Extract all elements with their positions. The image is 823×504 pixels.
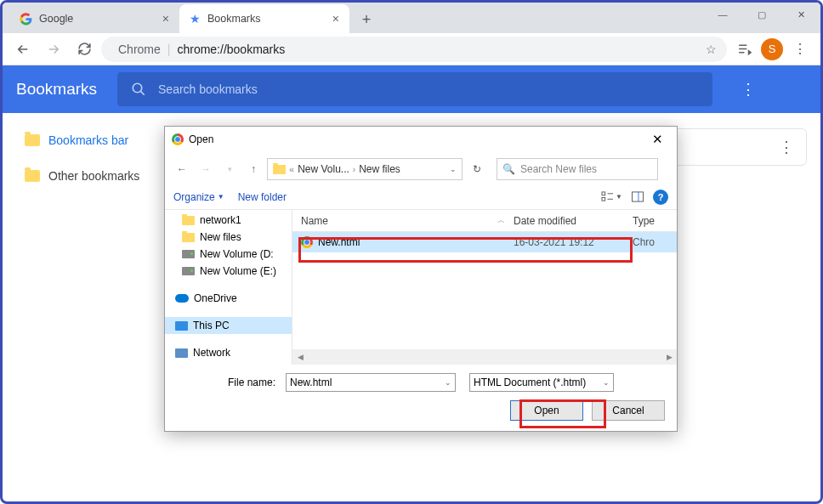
nav-back-button[interactable]: ← (172, 159, 192, 179)
chrome-icon (172, 133, 184, 145)
new-folder-button[interactable]: New folder (238, 191, 287, 203)
svg-rect-1 (602, 192, 605, 195)
network-icon (175, 348, 188, 358)
tree-item-network[interactable]: Network (165, 344, 292, 361)
tree-item[interactable]: New Volume (D: (165, 246, 292, 263)
pc-icon (175, 321, 188, 331)
organize-button[interactable]: Organize▼ (173, 191, 224, 203)
media-control-icon[interactable] (730, 36, 758, 63)
dialog-title: Open (189, 133, 213, 145)
close-button[interactable]: ✕ (781, 1, 820, 28)
dialog-titlebar: Open ✕ (165, 127, 677, 152)
folder-tree: network1 New files New Volume (D: New Vo… (165, 210, 292, 365)
chevron-down-icon[interactable]: ⌄ (450, 165, 457, 173)
folder-icon (25, 134, 40, 146)
folder-icon (273, 165, 286, 174)
tree-item[interactable]: New Volume (E:) (165, 263, 292, 280)
sidebar-item-label: Bookmarks bar (48, 133, 128, 147)
filename-input[interactable]: New.html⌄ (286, 373, 456, 392)
scroll-track[interactable] (308, 350, 661, 364)
folder-icon (25, 170, 40, 182)
close-icon[interactable]: × (162, 12, 169, 25)
preview-pane-button[interactable] (631, 191, 644, 202)
page-title: Bookmarks (16, 80, 97, 99)
dialog-close-button[interactable]: ✕ (645, 128, 670, 150)
close-icon[interactable]: × (332, 12, 339, 25)
scroll-left-button[interactable]: ◀ (292, 350, 308, 364)
back-button[interactable] (9, 36, 37, 63)
folder-icon (182, 216, 195, 225)
column-type[interactable]: Type (633, 215, 677, 227)
google-icon (20, 13, 32, 25)
scroll-right-button[interactable]: ▶ (661, 350, 677, 364)
column-headers: Name︿ Date modified Type (292, 210, 677, 232)
open-button[interactable]: Open (510, 400, 583, 421)
chrome-menu-button[interactable]: ⋮ (786, 36, 814, 63)
search-input[interactable] (158, 82, 699, 96)
file-list: Name︿ Date modified Type New.html 16-03-… (292, 210, 677, 365)
dialog-search[interactable]: 🔍 Search New files (497, 158, 658, 180)
forward-button[interactable] (40, 36, 67, 63)
breadcrumb-segment[interactable]: New Volu... (298, 163, 349, 175)
file-name: New.html (318, 236, 360, 248)
chevron-right-icon: › (353, 165, 355, 174)
nav-recent-button[interactable]: ▾ (219, 159, 240, 179)
new-tab-button[interactable]: + (355, 8, 378, 31)
file-type: Chro (633, 236, 677, 248)
search-icon: 🔍 (502, 163, 515, 175)
filename-label: File name: (177, 377, 279, 388)
search-bookmarks[interactable] (117, 72, 712, 106)
file-open-dialog: Open ✕ ← → ▾ ↑ « New Volu... › New files… (164, 126, 678, 432)
file-row[interactable]: New.html 16-03-2021 19:12 Chro (292, 232, 677, 252)
address-url: chrome://bookmarks (177, 42, 285, 56)
bookmarks-menu-button[interactable]: ⋮ (733, 74, 763, 105)
file-type-select[interactable]: HTML Document (*.html)⌄ (469, 373, 614, 392)
sidebar-item-label: Other bookmarks (48, 169, 139, 183)
chevron-down-icon[interactable]: ⌄ (445, 378, 451, 387)
dialog-body: network1 New files New Volume (D: New Vo… (165, 210, 677, 365)
nav-forward-button[interactable]: → (196, 159, 216, 179)
help-button[interactable]: ? (653, 190, 668, 205)
reload-button[interactable] (71, 36, 98, 63)
column-name[interactable]: Name︿ (301, 215, 514, 227)
tab-label: Google (39, 13, 73, 25)
breadcrumb-path[interactable]: « New Volu... › New files ⌄ (267, 158, 463, 180)
bookmarks-sidebar: Bookmarks bar Other bookmarks (16, 128, 161, 188)
drive-icon (182, 267, 195, 275)
breadcrumb-prefix: « (289, 164, 294, 174)
tree-item[interactable]: network1 (165, 212, 292, 229)
omnibox[interactable]: Chrome | chrome://bookmarks ☆ (101, 37, 727, 62)
profile-avatar[interactable]: S (761, 38, 783, 60)
folder-icon (182, 233, 195, 242)
horizontal-scrollbar[interactable]: ◀ ▶ (292, 349, 677, 365)
tab-bookmarks[interactable]: ★ Bookmarks × (179, 4, 349, 33)
row-menu-button[interactable]: ⋮ (779, 138, 794, 156)
tree-item-onedrive[interactable]: OneDrive (165, 290, 292, 307)
svg-point-0 (133, 83, 142, 93)
address-prefix: Chrome (118, 42, 161, 56)
dialog-toolbar: Organize▼ New folder ▼ ? (165, 184, 677, 210)
svg-rect-3 (633, 192, 644, 201)
column-date[interactable]: Date modified (514, 215, 633, 227)
tree-item[interactable]: New files (165, 229, 292, 246)
tree-item-this-pc[interactable]: This PC (165, 317, 292, 334)
star-icon[interactable]: ☆ (706, 42, 717, 56)
breadcrumb-segment[interactable]: New files (359, 163, 400, 175)
sidebar-item-bookmarks-bar[interactable]: Bookmarks bar (16, 128, 161, 152)
cloud-icon (175, 294, 189, 303)
browser-tabs-bar: Google × ★ Bookmarks × + — ▢ ✕ (3, 3, 820, 33)
cancel-button[interactable]: Cancel (592, 400, 665, 421)
tab-label: Bookmarks (207, 13, 261, 25)
tab-google[interactable]: Google × (9, 4, 179, 33)
chrome-icon (301, 236, 313, 248)
search-icon (131, 82, 146, 97)
nav-up-button[interactable]: ↑ (243, 159, 264, 179)
refresh-button[interactable]: ↻ (466, 158, 488, 180)
sidebar-item-other-bookmarks[interactable]: Other bookmarks (16, 164, 161, 188)
chevron-down-icon: ⌄ (603, 378, 610, 387)
dialog-nav-bar: ← → ▾ ↑ « New Volu... › New files ⌄ ↻ 🔍 … (165, 154, 677, 184)
minimize-button[interactable]: — (703, 1, 742, 28)
maximize-button[interactable]: ▢ (742, 1, 781, 28)
dialog-footer: File name: New.html⌄ HTML Document (*.ht… (165, 365, 677, 431)
view-mode-button[interactable]: ▼ (601, 191, 622, 202)
